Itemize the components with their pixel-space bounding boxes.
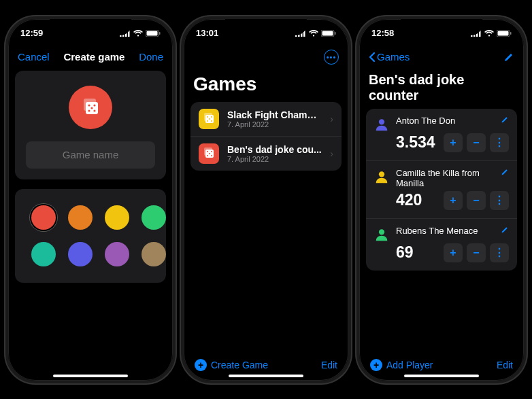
nav-bar: Games <box>359 44 524 71</box>
back-button[interactable]: Games <box>369 51 410 63</box>
edit-pencil-icon[interactable] <box>501 116 509 124</box>
avatar-icon <box>374 169 389 184</box>
color-swatch[interactable] <box>105 242 129 266</box>
edit-pencil-icon[interactable] <box>501 168 509 176</box>
battery-icon <box>321 30 336 37</box>
phone-create-game: 12:59 Cancel Create game Done <box>5 16 176 383</box>
status-time: 13:01 <box>196 28 218 38</box>
game-name: Slack Fight Champi... <box>227 109 322 120</box>
more-button[interactable]: ••• <box>324 50 339 65</box>
chevron-right-icon: › <box>330 148 333 159</box>
player-score: 3.534 <box>396 133 439 152</box>
edit-button[interactable]: Edit <box>497 360 513 370</box>
player-row: Rubens The Menace 69 + − ⋮ <box>366 219 517 271</box>
home-indicator[interactable] <box>229 375 303 377</box>
done-button[interactable]: Done <box>139 51 163 63</box>
decrement-button[interactable]: − <box>467 133 486 152</box>
dice-icon <box>199 109 219 129</box>
bottom-bar: + Create Game Edit <box>184 359 348 371</box>
phone-games-list: 13:01 ••• Games Slack Fight Champi... 7.… <box>181 16 351 383</box>
increment-button[interactable]: + <box>444 191 463 210</box>
notch <box>401 19 482 35</box>
svg-point-32 <box>209 153 210 154</box>
notch <box>225 19 307 35</box>
svg-point-34 <box>211 155 212 156</box>
home-indicator[interactable] <box>404 375 479 377</box>
player-row: Anton The Don 3.534 + − ⋮ <box>366 109 517 161</box>
status-time: 12:59 <box>20 28 43 38</box>
game-name: Ben's dad joke cou... <box>227 144 322 155</box>
color-swatch[interactable] <box>31 205 56 230</box>
svg-point-31 <box>211 151 212 152</box>
wifi-icon <box>484 30 494 37</box>
increment-button[interactable]: + <box>444 133 463 152</box>
svg-point-30 <box>207 151 208 152</box>
add-player-button[interactable]: + Add Player <box>370 359 433 371</box>
edit-pencil-icon[interactable] <box>501 226 509 234</box>
chevron-right-icon: › <box>330 114 333 124</box>
edit-pencil-icon[interactable] <box>503 52 514 63</box>
avatar-icon <box>374 227 389 242</box>
wifi-icon <box>133 30 143 37</box>
svg-point-27 <box>211 120 212 122</box>
svg-point-23 <box>207 116 208 118</box>
more-button[interactable]: ⋮ <box>490 243 509 262</box>
game-row-text: Ben's dad joke cou... 7. April 2022 <box>227 144 322 163</box>
color-swatch[interactable] <box>142 205 166 230</box>
svg-point-11 <box>90 107 93 109</box>
color-swatch[interactable] <box>31 242 56 266</box>
home-indicator[interactable] <box>53 375 128 377</box>
svg-point-26 <box>207 120 208 122</box>
more-button[interactable]: ⋮ <box>490 191 509 210</box>
svg-rect-41 <box>510 32 512 35</box>
svg-rect-19 <box>322 31 333 35</box>
page-title: Games <box>184 71 348 102</box>
player-name: Camilla the Killa from Manilla <box>396 168 494 189</box>
game-date: 7. April 2022 <box>227 120 322 128</box>
more-button[interactable]: ⋮ <box>490 133 509 152</box>
phone-game-detail: 12:58 Games Ben's dad joke counter Anton… <box>356 16 527 383</box>
svg-point-9 <box>88 104 90 106</box>
svg-point-12 <box>88 109 90 111</box>
svg-point-33 <box>207 155 208 156</box>
games-list: Slack Fight Champi... 7. April 2022 › Be… <box>190 102 342 171</box>
back-label: Games <box>377 51 410 63</box>
color-swatch[interactable] <box>142 242 166 266</box>
player-row: Camilla the Killa from Manilla 420 + − ⋮ <box>366 161 517 219</box>
game-date: 7. April 2022 <box>227 155 322 163</box>
color-swatch[interactable] <box>68 242 93 266</box>
game-name-input[interactable] <box>26 141 155 169</box>
status-time: 12:58 <box>371 28 394 38</box>
decrement-button[interactable]: − <box>467 243 486 262</box>
page-title: Create game <box>63 51 124 63</box>
increment-button[interactable]: + <box>444 243 463 262</box>
add-player-label: Add Player <box>386 360 433 370</box>
color-picker-card <box>15 189 166 283</box>
svg-rect-6 <box>159 32 161 35</box>
svg-point-43 <box>379 171 384 177</box>
player-list: Anton The Don 3.534 + − ⋮ Camilla the Ki… <box>366 109 517 271</box>
color-swatch[interactable] <box>105 205 129 230</box>
svg-rect-5 <box>147 31 158 35</box>
battery-icon <box>146 30 161 37</box>
create-game-button[interactable]: + Create Game <box>195 359 268 371</box>
bottom-bar: + Add Player Edit <box>359 359 524 371</box>
plus-icon: + <box>370 359 382 371</box>
dice-icon <box>69 86 112 129</box>
player-score: 420 <box>396 191 439 209</box>
notch <box>50 19 131 35</box>
player-score: 69 <box>396 243 439 262</box>
game-row[interactable]: Ben's dad joke cou... 7. April 2022 › <box>190 137 342 171</box>
game-row[interactable]: Slack Fight Champi... 7. April 2022 › <box>190 102 342 137</box>
color-swatch[interactable] <box>68 205 93 230</box>
game-row-text: Slack Fight Champi... 7. April 2022 <box>227 109 322 128</box>
game-title: Ben's dad joke counter <box>359 71 524 109</box>
chevron-left-icon <box>369 52 376 63</box>
avatar-icon <box>374 117 389 132</box>
svg-rect-20 <box>335 32 336 35</box>
cancel-button[interactable]: Cancel <box>18 51 50 63</box>
dice-icon <box>199 143 219 164</box>
decrement-button[interactable]: − <box>467 191 486 210</box>
game-setup-card <box>15 71 166 179</box>
edit-button[interactable]: Edit <box>321 360 337 370</box>
